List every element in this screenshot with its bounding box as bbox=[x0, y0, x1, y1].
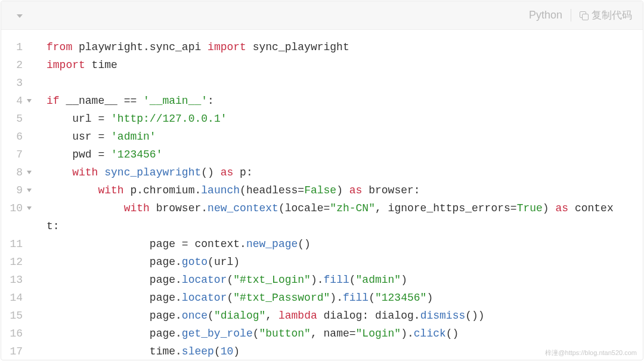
line-number: 13 bbox=[1, 271, 33, 289]
code-line: page.get_by_role("button", name="Login")… bbox=[47, 325, 643, 343]
line-number: 8 bbox=[1, 163, 33, 181]
copy-code-button[interactable]: 复制代码 bbox=[580, 8, 632, 22]
code-line: page = context.new_page() bbox=[47, 235, 643, 253]
language-label: Python bbox=[529, 9, 571, 21]
copy-icon bbox=[580, 11, 588, 20]
toolbar-dropdown[interactable] bbox=[12, 13, 23, 18]
line-number: 5 bbox=[1, 110, 33, 128]
line-number-gutter: 1234567891011121314151617 bbox=[1, 38, 38, 360]
chevron-down-icon bbox=[17, 14, 23, 18]
code-toolbar: Python 复制代码 bbox=[1, 1, 643, 30]
line-number: 6 bbox=[1, 128, 33, 146]
code-line: if __name__ == '__main__': bbox=[47, 92, 643, 110]
code-line: t: bbox=[47, 217, 643, 235]
code-line: url = 'http://127.0.0.1' bbox=[47, 110, 643, 128]
line-number: 7 bbox=[1, 146, 33, 163]
code-line: page.locator("#txt_Password").fill("1234… bbox=[47, 289, 643, 307]
line-number: 11 bbox=[1, 235, 33, 253]
fold-down-icon[interactable] bbox=[27, 206, 32, 210]
code-line: import time bbox=[47, 56, 643, 74]
code-line: with sync_playwright() as p: bbox=[47, 163, 643, 181]
line-number: 16 bbox=[1, 325, 33, 343]
copy-code-label: 复制代码 bbox=[592, 8, 632, 22]
fold-down-icon[interactable] bbox=[27, 99, 32, 103]
line-number: 14 bbox=[1, 289, 33, 307]
line-number: 9 bbox=[1, 181, 33, 199]
fold-down-icon[interactable] bbox=[27, 189, 32, 192]
code-line: page.goto(url) bbox=[47, 253, 643, 271]
line-number: 4 bbox=[1, 92, 33, 110]
line-number: 15 bbox=[1, 307, 33, 325]
line-number bbox=[1, 217, 33, 235]
code-line: with p.chromium.launch(headless=False) a… bbox=[47, 181, 643, 199]
code-line: with browser.new_context(locale="zh-CN",… bbox=[47, 199, 643, 217]
code-line: pwd = '123456' bbox=[47, 146, 643, 163]
code-line: usr = 'admin' bbox=[47, 128, 643, 146]
code-block-container: Python 复制代码 1234567891011121314151617 fr… bbox=[1, 1, 643, 360]
line-number: 10 bbox=[1, 199, 33, 217]
code-line: time.sleep(10) bbox=[47, 343, 643, 360]
code-line bbox=[47, 74, 643, 92]
code-line: from playwright.sync_api import sync_pla… bbox=[47, 38, 643, 56]
line-number: 1 bbox=[1, 38, 33, 56]
code-content[interactable]: from playwright.sync_api import sync_pla… bbox=[38, 38, 643, 360]
line-number: 12 bbox=[1, 253, 33, 271]
line-number: 2 bbox=[1, 56, 33, 74]
line-number: 3 bbox=[1, 74, 33, 92]
code-area[interactable]: 1234567891011121314151617 from playwrigh… bbox=[1, 30, 643, 360]
line-number: 17 bbox=[1, 343, 33, 360]
code-line: page.locator("#txt_Login").fill("admin") bbox=[47, 271, 643, 289]
code-line: page.once("dialog", lambda dialog: dialo… bbox=[47, 307, 643, 325]
fold-down-icon[interactable] bbox=[27, 171, 32, 174]
